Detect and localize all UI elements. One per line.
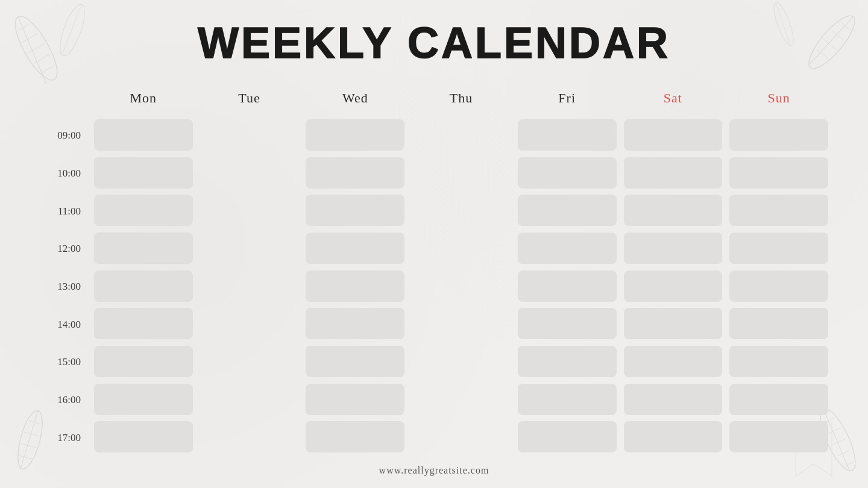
time-slot-thu-8 (408, 419, 514, 457)
time-slot-fri-6 (514, 343, 620, 381)
time-slot-sun-1 (726, 155, 832, 193)
time-slot-mon-7 (90, 381, 197, 419)
time-slot-tue-5 (197, 305, 303, 343)
time-slot-tue-1 (197, 155, 303, 193)
slot-inner (624, 233, 723, 264)
slot-inner (200, 421, 299, 452)
slot-inner (94, 119, 193, 151)
page-title: WEEKLY CALENDAR (198, 18, 670, 67)
corner-cell (36, 84, 90, 117)
slot-inner (200, 384, 299, 415)
time-slot-thu-7 (408, 381, 514, 419)
time-slot-tue-4 (197, 268, 303, 306)
slot-inner (729, 346, 828, 377)
time-slot-tue-2 (197, 192, 303, 230)
time-slot-fri-7 (514, 381, 620, 419)
slot-inner (200, 271, 299, 302)
time-slot-mon-3 (90, 230, 197, 268)
time-slot-sat-0 (620, 117, 726, 155)
time-slot-tue-8 (197, 419, 303, 457)
day-header-mon: Mon (90, 84, 197, 117)
slot-inner (306, 421, 404, 452)
slot-inner (518, 195, 617, 226)
slot-inner (94, 157, 193, 189)
time-slot-thu-6 (408, 343, 514, 381)
slot-inner (412, 421, 511, 452)
slot-inner (518, 308, 617, 339)
slot-inner (412, 233, 511, 264)
slot-inner (624, 271, 723, 302)
time-slot-sun-5 (726, 305, 832, 343)
time-label-8: 17:00 (36, 419, 90, 457)
time-slot-thu-5 (408, 305, 514, 343)
time-slot-fri-8 (514, 419, 620, 457)
time-slot-sun-4 (726, 268, 832, 306)
time-label-2: 11:00 (36, 192, 90, 230)
time-slot-thu-2 (408, 192, 514, 230)
day-header-wed: Wed (302, 84, 408, 117)
slot-inner (94, 195, 193, 226)
time-slot-sat-5 (620, 305, 726, 343)
time-label-3: 12:00 (36, 230, 90, 268)
time-slot-wed-5 (302, 305, 408, 343)
day-header-sun: Sun (726, 84, 832, 117)
slot-inner (729, 308, 828, 339)
slot-inner (94, 308, 193, 339)
slot-inner (624, 384, 723, 415)
slot-inner (624, 346, 723, 377)
slot-inner (412, 271, 511, 302)
time-label-1: 10:00 (36, 155, 90, 193)
slot-inner (200, 308, 299, 339)
slot-inner (94, 384, 193, 415)
slot-inner (200, 195, 299, 226)
time-slot-sat-7 (620, 381, 726, 419)
slot-inner (200, 157, 299, 189)
time-label-7: 16:00 (36, 381, 90, 419)
time-slot-wed-4 (302, 268, 408, 306)
time-slot-sun-2 (726, 192, 832, 230)
slot-inner (729, 157, 828, 189)
slot-inner (624, 195, 723, 226)
time-slot-mon-1 (90, 155, 197, 193)
slot-inner (412, 346, 511, 377)
slot-inner (412, 119, 511, 151)
slot-inner (306, 271, 404, 302)
time-slot-mon-8 (90, 419, 197, 457)
slot-inner (200, 119, 299, 151)
time-slot-mon-4 (90, 268, 197, 306)
slot-inner (518, 384, 617, 415)
time-label-6: 15:00 (36, 343, 90, 381)
page-container: WEEKLY CALENDAR MonTueWedThuFriSatSun09:… (0, 0, 868, 488)
time-slot-thu-1 (408, 155, 514, 193)
time-slot-mon-6 (90, 343, 197, 381)
time-slot-tue-6 (197, 343, 303, 381)
slot-inner (306, 119, 404, 151)
time-slot-fri-5 (514, 305, 620, 343)
slot-inner (518, 233, 617, 264)
slot-inner (200, 346, 299, 377)
slot-inner (306, 233, 404, 264)
slot-inner (518, 421, 617, 452)
slot-inner (729, 384, 828, 415)
slot-inner (624, 157, 723, 189)
slot-inner (412, 384, 511, 415)
time-slot-wed-2 (302, 192, 408, 230)
slot-inner (412, 157, 511, 189)
time-slot-thu-3 (408, 230, 514, 268)
time-label-4: 13:00 (36, 268, 90, 306)
time-slot-mon-2 (90, 192, 197, 230)
time-slot-sun-0 (726, 117, 832, 155)
time-slot-sat-3 (620, 230, 726, 268)
calendar-grid: MonTueWedThuFriSatSun09:0010:0011:0012:0… (36, 84, 832, 457)
time-slot-sat-8 (620, 419, 726, 457)
time-slot-mon-0 (90, 117, 197, 155)
slot-inner (94, 233, 193, 264)
time-slot-sat-4 (620, 268, 726, 306)
day-header-fri: Fri (514, 84, 620, 117)
time-slot-sun-6 (726, 343, 832, 381)
time-slot-fri-4 (514, 268, 620, 306)
day-header-thu: Thu (408, 84, 514, 117)
time-slot-tue-3 (197, 230, 303, 268)
slot-inner (412, 308, 511, 339)
time-slot-wed-3 (302, 230, 408, 268)
